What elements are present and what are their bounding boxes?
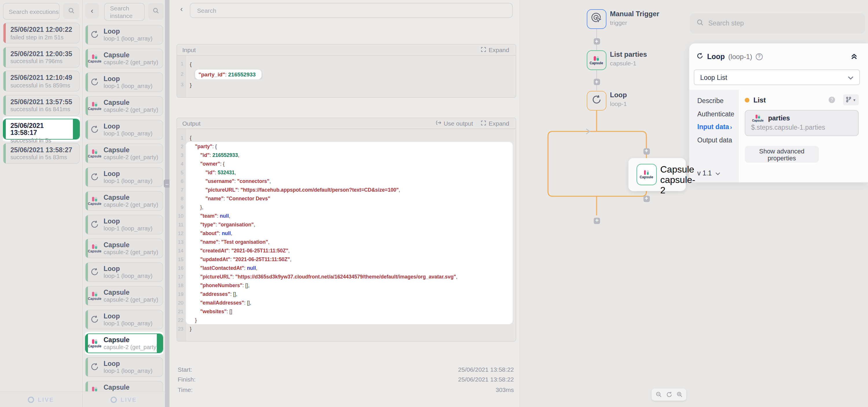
expand-icon xyxy=(481,120,486,127)
execution-date: 25/06/2021 12:00:22 xyxy=(10,26,76,33)
loop-icon xyxy=(86,314,103,324)
step-title: Capsule xyxy=(103,336,158,343)
properties-content: List ? ▼ Capsule xyxy=(739,90,868,182)
start-value: 25/06/2021 13:58:22 xyxy=(458,366,514,373)
list-field-value[interactable]: Capsule parties $.steps.capsule-1.partie… xyxy=(745,110,859,136)
code-line: 2"party": { xyxy=(177,142,516,150)
step-item[interactable]: CapsuleCapsulecapsule-2 (get_party) xyxy=(85,96,163,116)
execution-status: successful in 5s 859ms xyxy=(10,82,76,88)
execution-item[interactable]: 25/06/2021 13:58:27successful in 5s 83ms xyxy=(3,143,80,164)
zoom-in-button[interactable] xyxy=(676,391,683,398)
execution-item[interactable]: 25/06/2021 13:57:55successful in 6s 841m… xyxy=(3,95,80,116)
step-properties-card: Loop (loop-1) ? Loop List DescribeAuthen… xyxy=(689,43,868,182)
add-step-button[interactable]: + xyxy=(593,38,600,45)
node-title: Manual Trigger xyxy=(610,9,659,18)
tab-input-data[interactable]: Input data› xyxy=(689,120,739,134)
finish-label: Finish: xyxy=(178,376,458,383)
step-item[interactable]: Looploop-1 (loop_array) xyxy=(85,72,163,92)
steps-back-button[interactable]: ‹ xyxy=(85,3,99,19)
tab-output-data[interactable]: Output data xyxy=(689,134,739,146)
step-subtitle: loop-1 (loop_array) xyxy=(103,177,153,184)
step-search-placeholder: Search step xyxy=(708,20,744,27)
execution-item[interactable]: 25/06/2021 13:58:17successful in 5s 569m… xyxy=(3,119,80,140)
execution-item[interactable]: 25/06/2021 12:10:49successful in 5s 859m… xyxy=(3,70,80,91)
live-toggle-icon xyxy=(111,396,117,403)
steps-search-input[interactable]: Search instance xyxy=(104,3,145,21)
capsule-2-node[interactable]: Capsule xyxy=(636,164,656,185)
capsule-logo-icon: Capsule xyxy=(640,170,653,179)
step-item[interactable]: Looploop-1 (loop_array) xyxy=(85,120,163,139)
reset-view-button[interactable] xyxy=(666,391,672,398)
loop-node[interactable] xyxy=(587,91,606,110)
detail-back-button[interactable]: ‹ xyxy=(177,4,186,14)
list-parties-node[interactable]: Capsule xyxy=(587,50,606,70)
code-line: 21"websites": [] xyxy=(177,307,516,316)
code-line: 9}, xyxy=(177,203,516,211)
show-advanced-properties-button[interactable]: Show advanced properties xyxy=(745,146,819,163)
add-step-button[interactable]: + xyxy=(643,195,650,202)
field-help-icon[interactable]: ? xyxy=(829,97,835,103)
step-item[interactable]: CapsuleCapsulecapsule-2 (get_party) xyxy=(85,191,163,210)
detail-search-placeholder: Search xyxy=(197,7,216,14)
execution-item[interactable]: 25/06/2021 12:00:22failed step in 2m 51s xyxy=(3,23,80,43)
step-item[interactable]: CapsuleCapsulecapsule-2 (get_party) xyxy=(85,333,163,353)
step-item[interactable]: CapsuleCapsulecapsule-2 (get_party) xyxy=(85,286,163,306)
workflow-canvas[interactable]: Manual Trigger trigger + Capsule List pa… xyxy=(520,0,689,407)
add-step-button[interactable]: + xyxy=(593,79,600,85)
code-line: 15"updatedAt": "2021-06-25T11:11:50Z", xyxy=(177,255,516,263)
field-label: List xyxy=(753,96,825,104)
step-title: Loop xyxy=(103,28,153,34)
executions-search-input[interactable]: Search executions xyxy=(3,3,60,20)
finish-row: Finish: 25/06/2021 13:58:22 xyxy=(177,374,516,384)
execution-status: failed step in 2m 51s xyxy=(10,34,76,40)
input-expand-button[interactable]: Expand xyxy=(481,46,509,53)
help-icon[interactable]: ? xyxy=(756,53,763,60)
step-item[interactable]: Looploop-1 (loop_array) xyxy=(85,167,163,187)
step-item[interactable]: Looploop-1 (loop_array) xyxy=(85,25,163,44)
panel-divider[interactable]: ↔ xyxy=(165,0,169,407)
manual-trigger-label: Manual Trigger trigger xyxy=(610,9,659,26)
output-section: Output Use output Expand 1{2"party": {3"… xyxy=(177,118,516,342)
output-json-code: 1{2"party": {3"id": 216552933,4"owner": … xyxy=(177,129,516,342)
version-selector[interactable]: v 1.1 xyxy=(697,170,720,177)
step-item[interactable]: Looploop-1 (loop_array) xyxy=(85,310,163,329)
add-step-button[interactable]: + xyxy=(594,217,600,224)
step-search-input[interactable]: Search step xyxy=(690,13,865,33)
use-output-button[interactable]: Use output xyxy=(435,120,473,127)
start-row: Start: 25/06/2021 13:58:22 xyxy=(177,364,516,374)
tab-label: Authenticate xyxy=(697,111,734,118)
operation-select[interactable]: Loop List xyxy=(694,69,860,85)
step-title: Loop xyxy=(103,360,153,367)
output-expand-button[interactable]: Expand xyxy=(481,120,509,127)
zoom-out-button[interactable] xyxy=(655,391,662,398)
use-output-icon xyxy=(435,120,441,127)
execution-item[interactable]: 25/06/2021 12:00:35successful in 796ms xyxy=(3,47,80,67)
execution-status: successful in 5s 83ms xyxy=(10,154,76,161)
executions-live-toggle[interactable]: LIVE xyxy=(0,391,82,407)
app-window: Search executions 25/06/2021 12:00:22fai… xyxy=(0,0,868,407)
step-item[interactable]: Looploop-1 (loop_array) xyxy=(85,214,163,234)
detail-search-input[interactable]: Search xyxy=(189,3,513,18)
step-item[interactable]: CapsuleCapsulecapsule-2 (get_party) xyxy=(85,48,163,68)
step-subtitle: capsule-2 (get_party) xyxy=(103,344,158,350)
step-item[interactable]: Looploop-1 (loop_array) xyxy=(85,357,163,377)
field-mapping-menu-button[interactable]: ▼ xyxy=(843,94,859,105)
collapse-panel-button[interactable] xyxy=(847,52,861,62)
step-item[interactable]: Looploop-1 (loop_array) xyxy=(85,262,163,282)
tab-describe[interactable]: Describe xyxy=(689,94,739,107)
step-item[interactable]: CapsuleCapsulecapsule-2 (get_party) xyxy=(85,143,163,163)
step-title: Capsule xyxy=(103,383,158,390)
tab-authenticate[interactable]: Authenticate xyxy=(689,107,739,120)
steps-list: Looploop-1 (loop_array)CapsuleCapsulecap… xyxy=(85,25,163,391)
step-item[interactable]: CapsuleCapsulecapsule-2 (get_party) xyxy=(85,238,163,258)
executions-search-button[interactable] xyxy=(63,3,79,19)
steps-live-toggle[interactable]: LIVE xyxy=(83,391,165,407)
manual-trigger-node[interactable] xyxy=(587,9,606,29)
node-subtitle: trigger xyxy=(610,19,659,26)
step-id-label: (loop-1) xyxy=(728,53,752,61)
required-dot-icon xyxy=(745,97,749,102)
add-step-button[interactable]: + xyxy=(643,148,650,154)
steps-search-button[interactable] xyxy=(148,3,164,20)
step-item[interactable]: CapsuleCapsulecapsule-2 (get_party) xyxy=(85,381,163,391)
time-row: Time: 303ms xyxy=(177,384,516,395)
